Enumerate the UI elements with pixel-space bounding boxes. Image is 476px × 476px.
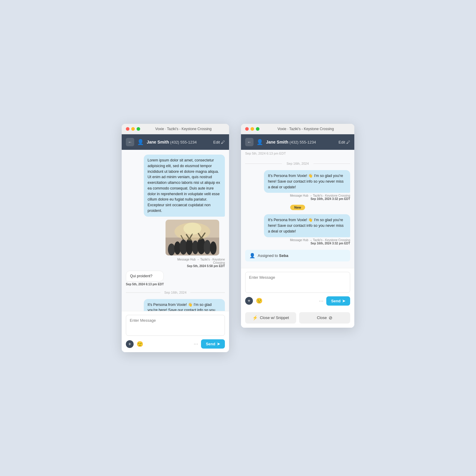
contact-icon-2: 👤 [256, 139, 263, 145]
send-icon-1: ➤ [217, 342, 220, 346]
message-1-1: Lorem ipsum dolor sit amet, consectetur … [144, 155, 225, 217]
message-1-3: It's Persona from Voxie! 👋 I'm so glad y… [144, 299, 225, 311]
more-options-1[interactable]: ··· [194, 341, 198, 347]
bubble-1-2: Qui proident? [126, 271, 164, 281]
browser-title-1: Voxie · Taziki's - Keystone Crossing [142, 127, 225, 131]
date-divider-2: Sep 16th, 2024 [245, 162, 350, 165]
bubble-2-2: It's Persona from Voxie! 👋 I'm so glad y… [264, 214, 350, 237]
traffic-light-green-2[interactable] [256, 127, 259, 131]
meta-1-2: Sep 5th, 2024 6:13 pm EDT [126, 283, 164, 286]
messages-area-2: Sep 16th, 2024 It's Persona from Voxie! … [241, 155, 354, 268]
bubble-1-3: It's Persona from Voxie! 👋 I'm so glad y… [144, 299, 225, 311]
messages-area-1: Lorem ipsum dolor sit amet, consectetur … [122, 150, 229, 311]
svg-point-16 [183, 223, 201, 235]
compose-input-1[interactable] [126, 315, 225, 336]
message-1-2: Qui proident? Sep 5th, 2024 6:13 pm EDT [126, 271, 164, 286]
svg-point-9 [210, 241, 217, 255]
svg-point-8 [204, 240, 211, 254]
titlebar-1: Voxie · Taziki's - Keystone Crossing [122, 124, 229, 134]
contact-name-2: Jane Smith (432) 555-1234 [266, 140, 336, 144]
emoji-button-2[interactable]: 🙂 [256, 298, 262, 304]
edit-button-2[interactable]: Edit 🖊 [339, 140, 350, 144]
message-2-1: It's Persona from Voxie! 👋 I'm so glad y… [264, 170, 350, 201]
page-container: Voxie · Taziki's - Keystone Crossing ← 👤… [110, 112, 366, 364]
traffic-light-green-1[interactable] [137, 127, 140, 131]
add-attachment-button-1[interactable]: + [126, 340, 134, 348]
contact-name-1: Jane Smith (432) 555-1234 [147, 140, 210, 144]
close-snippet-button[interactable]: ⚡ Close w/ Snippet [245, 312, 296, 324]
assigned-text: Assigned to Seba [258, 253, 288, 258]
image-message-1: Message Hub → Taziki's - Keystone Crossi… [166, 220, 225, 268]
compose-area-1: + 🙂 ··· Send ➤ [122, 311, 229, 352]
close-icon: ⊘ [329, 315, 333, 321]
meta-2-1: Message Hub → Taziki's - Keystone Crossi… [264, 194, 350, 201]
bottom-actions: ⚡ Close w/ Snippet Close ⊘ [241, 309, 354, 328]
send-button-2[interactable]: Send ➤ [326, 296, 350, 306]
titlebar-2: Voxie · Taziki's - Keystone Crossing [241, 124, 354, 134]
traffic-light-red-1[interactable] [126, 127, 129, 131]
traffic-light-yellow-1[interactable] [131, 127, 135, 131]
snippet-icon: ⚡ [252, 315, 258, 321]
assigned-banner: 👤 Assigned to Seba [245, 250, 350, 261]
emoji-button-1[interactable]: 🙂 [137, 341, 143, 347]
meta-2-2: Message Hub → Taziki's - Keystone Crossi… [264, 238, 350, 245]
browser-title-2: Voxie · Taziki's - Keystone Crossing [261, 127, 350, 131]
bubble-2-1: It's Persona from Voxie! 👋 I'm so glad y… [264, 170, 350, 193]
person-icon: 👤 [249, 253, 255, 258]
date-divider-1: Sep 16th, 2024 [126, 291, 225, 294]
crowd-image [166, 220, 219, 255]
compose-input-2[interactable] [245, 272, 350, 293]
compose-actions-2: + 🙂 ··· Send ➤ [245, 296, 350, 306]
svg-point-2 [168, 244, 175, 255]
traffic-light-yellow-2[interactable] [251, 127, 254, 131]
add-attachment-button-2[interactable]: + [245, 297, 253, 305]
image-meta-1: Message Hub → Taziki's - Keystone Crossi… [166, 258, 225, 268]
send-button-1[interactable]: Send ➤ [201, 339, 225, 349]
compose-actions-1: + 🙂 ··· Send ➤ [126, 339, 225, 349]
contact-icon-1: 👤 [137, 139, 144, 145]
back-button-1[interactable]: ← [126, 138, 134, 146]
new-badge: New [245, 205, 350, 210]
new-badge-label: New [290, 205, 305, 210]
bubble-1-1: Lorem ipsum dolor sit amet, consectetur … [144, 155, 225, 217]
send-icon-2: ➤ [342, 299, 345, 303]
app-header-2: ← 👤 Jane Smith (432) 555-1234 Edit 🖊 [241, 134, 354, 150]
svg-point-5 [186, 238, 193, 255]
compose-area-2: + 🙂 ··· Send ➤ [241, 268, 354, 309]
traffic-light-red-2[interactable] [245, 127, 249, 131]
window-1: Voxie · Taziki's - Keystone Crossing ← 👤… [122, 124, 229, 352]
window-2: Voxie · Taziki's - Keystone Crossing ← 👤… [241, 124, 354, 328]
edit-button-1[interactable]: Edit 🖊 [213, 140, 225, 144]
back-button-2[interactable]: ← [245, 138, 254, 146]
message-2-2: It's Persona from Voxie! 👋 I'm so glad y… [264, 214, 350, 245]
timestamp-above: Sep 5th, 2024 6:13 pm EDT [241, 150, 354, 155]
more-options-2[interactable]: ··· [319, 298, 323, 304]
close-button[interactable]: Close ⊘ [299, 312, 350, 324]
app-header-1: ← 👤 Jane Smith (432) 555-1234 Edit 🖊 [122, 134, 229, 150]
